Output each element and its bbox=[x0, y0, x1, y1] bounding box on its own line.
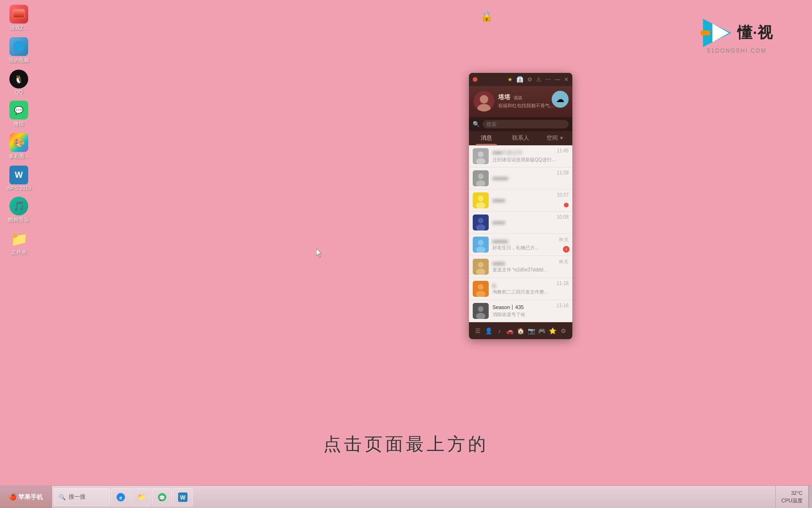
qq-weather-widget[interactable]: ☁ bbox=[552, 91, 569, 108]
qq-msg-item[interactable]: ■■■只发文件 迁到请尝试使用新版QQ进行... 11:45 bbox=[469, 145, 572, 167]
taskbar-start-icon: 🍎 bbox=[9, 493, 16, 500]
qq-search-icon: 🔍 bbox=[473, 121, 480, 127]
qq-msg-avatar bbox=[473, 148, 489, 164]
qq-msg-time: 11-16 bbox=[556, 303, 569, 308]
qq-skin-icon[interactable]: 👔 bbox=[516, 76, 523, 83]
qq-search-area: 🔍 bbox=[469, 117, 572, 131]
dongshi-url: 51DONGSHI.COM bbox=[707, 48, 767, 54]
qq-menu-icon[interactable]: ☰ bbox=[474, 326, 482, 335]
qq-close-icon[interactable]: ✕ bbox=[564, 76, 569, 83]
qq-settings-icon[interactable]: ⚙ bbox=[527, 76, 532, 83]
qq-app3-icon[interactable]: 📷 bbox=[527, 326, 536, 335]
qq-msg-name: ■■■■ bbox=[492, 220, 569, 225]
taskbar-clock: 32°C CPU温度 bbox=[781, 490, 803, 504]
qq-msg-item[interactable]: ■■■■ 10:37 bbox=[469, 190, 572, 212]
qq-contacts-icon[interactable]: 👤 bbox=[484, 326, 493, 335]
dongshi-play-icon bbox=[701, 16, 734, 49]
qq-msg-content: ■■■■ 发送文件 *e2d5e37dddd... bbox=[492, 261, 569, 273]
taskbar-wechat[interactable]: 💬 bbox=[152, 488, 172, 506]
taskbar-ie[interactable]: e bbox=[111, 488, 131, 506]
desktop-icon-area: 游戏Z... 🌐 我的电脑 🐧 QQ 💬 微信 🎨 多彩图... W WPS 2… bbox=[0, 0, 38, 262]
icon-label-qq: QQ bbox=[5, 89, 33, 95]
qq-message-list: ■■■只发文件 迁到请尝试使用新版QQ进行... 11:45 ■■■■■ 11:… bbox=[469, 145, 572, 322]
qq-app2-icon[interactable]: 🏠 bbox=[516, 326, 525, 335]
qq-msg-time: 昨天 bbox=[559, 237, 569, 243]
qq-app4-icon[interactable]: 🎮 bbox=[538, 326, 546, 335]
qq-avatar[interactable] bbox=[474, 91, 494, 111]
desktop-icon-wechat[interactable]: 💬 微信 bbox=[5, 101, 33, 127]
taskbar-folder-icon: 📁 bbox=[137, 492, 146, 502]
svg-point-30 bbox=[478, 262, 484, 268]
taskbar-ie-icon: e bbox=[116, 492, 125, 502]
svg-text:W: W bbox=[180, 494, 186, 501]
desktop bbox=[0, 0, 812, 508]
qq-app1-icon[interactable]: 🚗 bbox=[506, 326, 514, 335]
qq-window: ★ 👔 ⚙ ⚠ ⋯ — ✕ 塔塔 说说 祝福和红包找我都不香气... ☁ 🔍 消 bbox=[469, 73, 572, 339]
taskbar-temp: 32°C bbox=[781, 490, 803, 497]
qq-music-icon[interactable]: ♪ bbox=[495, 326, 504, 335]
svg-text:e: e bbox=[119, 495, 122, 500]
taskbar-show-desktop[interactable] bbox=[808, 486, 812, 508]
qq-close-dot[interactable] bbox=[473, 77, 477, 82]
desktop-icon-colorful[interactable]: 🎨 多彩图... bbox=[5, 133, 33, 160]
svg-marker-9 bbox=[712, 24, 729, 42]
icon-label-wechat: 微信 bbox=[5, 120, 33, 127]
subtitle-text: 点击页面最上方的 bbox=[323, 432, 489, 456]
watermark-area: 懂·视 51DONGSHI.COM bbox=[662, 0, 812, 71]
qq-app5-icon[interactable]: ⭐ bbox=[548, 326, 557, 335]
qq-msg-name: ■■■■ bbox=[492, 198, 569, 203]
qq-msg-name: ■■■■ bbox=[492, 261, 569, 266]
qq-msg-avatar bbox=[473, 170, 489, 186]
taskbar-start-label: 苹果手机 bbox=[18, 493, 43, 501]
qq-msg-preview: 消除诶逆号了哈 bbox=[492, 311, 569, 318]
qq-msg-avatar bbox=[473, 303, 489, 319]
desktop-icon-wps[interactable]: W WPS 2019 bbox=[5, 166, 33, 191]
taskbar-start-button[interactable]: 🍎 苹果手机 bbox=[0, 486, 52, 508]
qq-msg-item[interactable]: ■■■■ 发送文件 *e2d5e37dddd... 昨天 bbox=[469, 256, 572, 278]
qq-tab-space[interactable]: 空间 ▼ bbox=[538, 131, 572, 145]
qq-msg-avatar bbox=[473, 192, 489, 208]
svg-point-27 bbox=[478, 240, 484, 246]
qq-msg-preview: 迁到请尝试使用新版QQ进行... bbox=[492, 157, 569, 163]
qq-msg-time: 11:45 bbox=[557, 148, 569, 153]
qq-msg-avatar bbox=[473, 214, 489, 230]
icon-label-mycomputer: 我的电脑 bbox=[5, 57, 33, 64]
desktop-icon-folder[interactable]: 📁 文件夹 bbox=[5, 229, 33, 256]
qq-msg-name: ■■■■■ bbox=[492, 175, 569, 181]
taskbar-cpu-label: CPU温度 bbox=[781, 497, 803, 504]
desktop-icon-mycomputer[interactable]: 🌐 我的电脑 bbox=[5, 37, 33, 64]
svg-point-21 bbox=[478, 196, 484, 201]
qq-star-icon[interactable]: ★ bbox=[508, 76, 513, 83]
qq-search-input[interactable] bbox=[483, 120, 569, 128]
taskbar-folder[interactable]: 📁 bbox=[132, 488, 151, 506]
qq-tab-contacts[interactable]: 联系人 bbox=[503, 131, 538, 145]
qq-msg-item[interactable]: ■ 淘教初二三四只发文件整... 11-18 bbox=[469, 278, 572, 300]
svg-point-24 bbox=[478, 218, 484, 223]
qq-msg-badge bbox=[564, 203, 569, 207]
qq-msg-content: ■■■■■ 好友生日，礼物已方... bbox=[492, 238, 569, 251]
qq-msg-badge-num: ! bbox=[563, 246, 570, 253]
qq-msg-item[interactable]: ■■■■■ 11:39 bbox=[469, 167, 572, 190]
qq-app6-icon[interactable]: ⚙ bbox=[559, 326, 568, 335]
desktop-icon-music[interactable]: 🎵 酷狗音乐 bbox=[5, 197, 33, 223]
qq-msg-preview: 淘教初二三四只发文件整... bbox=[492, 289, 569, 295]
svg-point-36 bbox=[478, 306, 484, 312]
qq-alert-icon[interactable]: ⚠ bbox=[536, 76, 541, 83]
svg-rect-1 bbox=[13, 9, 24, 18]
taskbar-wechat-icon: 💬 bbox=[157, 492, 167, 502]
taskbar-wps[interactable]: W bbox=[173, 488, 193, 506]
qq-msg-item[interactable]: ■■■■ 10:08 bbox=[469, 212, 572, 234]
qq-more-icon[interactable]: ⋯ bbox=[545, 76, 551, 83]
taskbar-search-label: 搜一搜 bbox=[69, 493, 86, 501]
qq-tab-messages[interactable]: 消息 bbox=[469, 131, 503, 145]
qq-msg-item[interactable]: Season丨435 消除诶逆号了哈 11-16 bbox=[469, 300, 572, 322]
svg-text:🌐: 🌐 bbox=[15, 43, 23, 51]
svg-text:🐧: 🐧 bbox=[14, 75, 23, 84]
desktop-icon-game[interactable]: 游戏Z... bbox=[5, 5, 33, 32]
qq-minimize-icon[interactable]: — bbox=[554, 76, 560, 83]
qq-msg-item[interactable]: ■■■■■ 好友生日，礼物已方... 昨天 ! bbox=[469, 234, 572, 256]
qq-status-text: 祝福和红包找我都不香气... bbox=[498, 103, 554, 109]
qq-msg-content: ■■■■■ bbox=[492, 175, 569, 182]
taskbar-search[interactable]: 🔍 搜一搜 bbox=[54, 488, 110, 506]
desktop-icon-qq[interactable]: 🐧 QQ bbox=[5, 70, 33, 95]
